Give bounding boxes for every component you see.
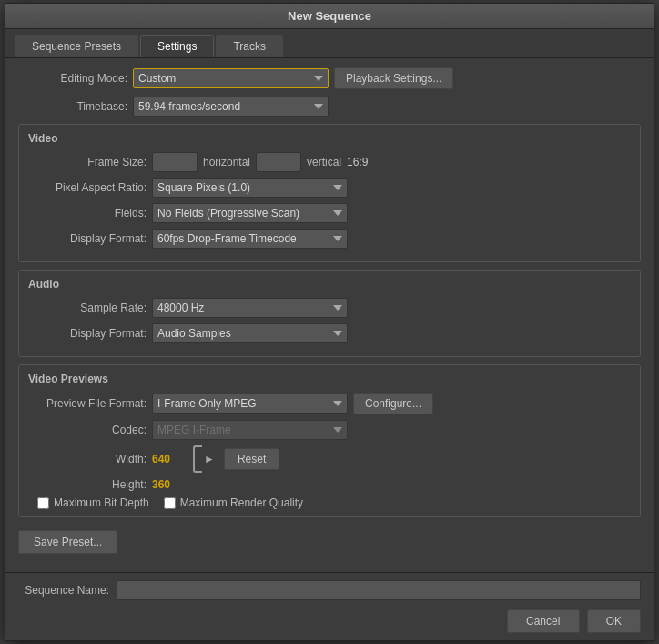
cancel-button[interactable]: Cancel xyxy=(507,609,580,633)
chain-link-icon: ► xyxy=(193,445,215,473)
ok-button[interactable]: OK xyxy=(587,609,641,633)
sample-rate-label: Sample Rate: xyxy=(28,302,147,314)
editing-mode-row: Editing Mode: Custom Playback Settings..… xyxy=(18,67,641,89)
horizontal-label: horizontal xyxy=(203,156,250,169)
audio-section: Audio Sample Rate: 48000 Hz Display Form… xyxy=(18,270,641,357)
sample-rate-row: Sample Rate: 48000 Hz xyxy=(28,298,631,318)
timebase-label: Timebase: xyxy=(18,100,127,113)
pixel-aspect-label: Pixel Aspect Ratio: xyxy=(28,181,147,194)
frame-width-input[interactable]: 640 xyxy=(152,152,198,172)
fields-select[interactable]: No Fields (Progressive Scan) xyxy=(152,203,348,223)
dialog-title: New Sequence xyxy=(288,9,371,23)
video-previews-section: Video Previews Preview File Format: I-Fr… xyxy=(18,364,641,517)
timebase-select[interactable]: 59.94 frames/second xyxy=(133,97,329,117)
save-preset-container: Save Preset... xyxy=(18,525,641,563)
checkbox-row: Maximum Bit Depth Maximum Render Quality xyxy=(37,496,631,509)
max-bit-depth-checkbox[interactable] xyxy=(37,497,49,509)
playback-settings-button[interactable]: Playback Settings... xyxy=(334,67,453,89)
reset-button[interactable]: Reset xyxy=(224,448,279,470)
tabs-bar: Sequence Presets Settings Tracks xyxy=(5,29,654,58)
video-previews-title: Video Previews xyxy=(28,373,631,385)
video-display-format-label: Display Format: xyxy=(28,232,147,245)
audio-display-format-label: Display Format: xyxy=(28,327,147,340)
preview-height-row: Height: 360 xyxy=(28,478,631,491)
audio-display-format-select[interactable]: Audio Samples xyxy=(152,323,348,343)
max-render-quality-label: Maximum Render Quality xyxy=(180,496,303,509)
preview-file-format-select[interactable]: I-Frame Only MPEG xyxy=(152,394,348,414)
bracket-icon xyxy=(193,445,202,473)
codec-row: Codec: MPEG I-Frame xyxy=(28,420,631,440)
frame-size-label: Frame Size: xyxy=(28,156,147,169)
sequence-name-row: Sequence Name: Sequence 02 xyxy=(18,580,641,600)
sequence-name-input[interactable]: Sequence 02 xyxy=(117,580,641,600)
preview-width-row: Width: 640 ► Reset xyxy=(28,445,631,473)
save-preset-button[interactable]: Save Preset... xyxy=(18,530,117,554)
sequence-name-label: Sequence Name: xyxy=(18,584,109,597)
configure-button[interactable]: Configure... xyxy=(353,393,433,414)
timebase-row: Timebase: 59.94 frames/second xyxy=(18,97,641,117)
arrow-icon: ► xyxy=(204,453,215,465)
new-sequence-dialog: New Sequence Sequence Presets Settings T… xyxy=(5,3,654,641)
tab-tracks[interactable]: Tracks xyxy=(216,35,283,57)
sample-rate-select[interactable]: 48000 Hz xyxy=(152,298,348,318)
max-bit-depth-checkbox-label[interactable]: Maximum Bit Depth xyxy=(37,496,149,509)
video-section: Video Frame Size: 640 horizontal 360 ver… xyxy=(18,124,641,262)
frame-size-row: Frame Size: 640 horizontal 360 vertical … xyxy=(28,152,631,172)
preview-file-format-row: Preview File Format: I-Frame Only MPEG C… xyxy=(28,393,631,414)
title-bar: New Sequence xyxy=(5,4,654,29)
max-render-quality-checkbox-label[interactable]: Maximum Render Quality xyxy=(164,496,303,509)
max-bit-depth-label: Maximum Bit Depth xyxy=(54,496,149,509)
audio-section-title: Audio xyxy=(28,278,631,291)
aspect-ratio: 16:9 xyxy=(347,156,368,169)
width-height-group: 640 ► Reset xyxy=(152,445,279,473)
codec-select[interactable]: MPEG I-Frame xyxy=(152,420,348,440)
preview-width-label: Width: xyxy=(28,453,147,465)
fields-label: Fields: xyxy=(28,207,147,220)
editing-mode-label: Editing Mode: xyxy=(18,72,127,85)
pixel-aspect-row: Pixel Aspect Ratio: Square Pixels (1.0) xyxy=(28,178,631,198)
pixel-aspect-select[interactable]: Square Pixels (1.0) xyxy=(152,178,348,198)
settings-content: Editing Mode: Custom Playback Settings..… xyxy=(5,58,654,572)
fields-row: Fields: No Fields (Progressive Scan) xyxy=(28,203,631,223)
preview-width-value: 640 xyxy=(152,453,184,465)
tab-sequence-presets[interactable]: Sequence Presets xyxy=(15,35,138,57)
audio-display-format-row: Display Format: Audio Samples xyxy=(28,323,631,343)
action-buttons: Cancel OK xyxy=(18,609,641,633)
preview-file-format-label: Preview File Format: xyxy=(28,397,147,410)
editing-mode-select[interactable]: Custom xyxy=(133,68,329,88)
bottom-bar: Sequence Name: Sequence 02 Cancel OK xyxy=(5,572,654,640)
frame-size-inputs: 640 horizontal 360 vertical 16:9 xyxy=(152,152,368,172)
frame-height-input[interactable]: 360 xyxy=(256,152,301,172)
codec-label: Codec: xyxy=(28,424,147,436)
tab-settings[interactable]: Settings xyxy=(140,35,214,57)
video-display-format-select[interactable]: 60fps Drop-Frame Timecode xyxy=(152,229,348,249)
vertical-label: vertical xyxy=(307,156,341,169)
preview-height-label: Height: xyxy=(28,478,147,491)
video-display-format-row: Display Format: 60fps Drop-Frame Timecod… xyxy=(28,229,631,249)
max-render-quality-checkbox[interactable] xyxy=(164,497,176,509)
preview-height-value: 360 xyxy=(152,478,184,491)
video-section-title: Video xyxy=(28,132,631,145)
